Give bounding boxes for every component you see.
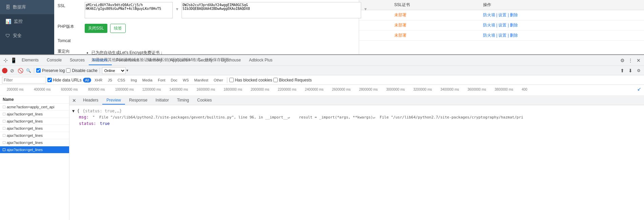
sidebar-item-monitor[interactable]: 📊 监控 <box>0 14 54 29</box>
request-item-3[interactable]: ajax?action=get_lines <box>0 118 69 125</box>
redirect-row: 重定向 已为您自动生成Let's Encrypt免费证书； 如需使用其他SSL请… <box>58 47 355 64</box>
has-blocked-cookies-checkbox[interactable] <box>229 78 234 82</box>
filter-js-btn[interactable]: JS <box>106 78 114 82</box>
request-item-1[interactable]: acme?action=apply_cert_api <box>0 104 69 111</box>
blocked-requests-label[interactable]: Blocked Requests <box>273 78 312 82</box>
search-btn[interactable]: 🔍 <box>25 67 32 74</box>
filter-css-btn[interactable]: CSS <box>116 78 127 82</box>
actions-2[interactable]: 防火墙 | 设置 | 删除 <box>480 20 644 31</box>
ssl-row: SSL pM1rxLzBUY7Avx9dtzQ0AzC/j5/h HK46I/g… <box>58 2 355 18</box>
stop-btn[interactable]: ⊘ <box>9 67 16 74</box>
request-item-6[interactable]: ajax?action=get_lines <box>0 139 69 146</box>
detail-close-btn[interactable]: ✕ <box>69 96 79 105</box>
has-blocked-cookies-text: Has blocked cookies <box>235 78 272 82</box>
tick-600k: 600000 ms <box>61 88 78 91</box>
tick-3400k: 3400000 ms <box>440 88 459 91</box>
timeline-marker-arrow: ↙ <box>637 86 641 92</box>
has-blocked-cookies-label[interactable]: Has blocked cookies <box>229 78 272 82</box>
tick-3200k: 3200000 ms <box>413 88 432 91</box>
device-icon[interactable]: 📱 <box>9 56 18 65</box>
col-ssl: SSL证书 <box>391 0 480 10</box>
actions-3[interactable]: 防火墙 | 设置 | 删除 <box>480 31 644 41</box>
json-msg-key: msg: <box>79 115 90 120</box>
detail-tab-cookies[interactable]: Cookies <box>193 96 216 105</box>
detail-tab-headers[interactable]: Headers <box>79 96 102 105</box>
sidebar-item-security[interactable]: 🛡 安全 <box>0 29 54 43</box>
request-checkbox-3 <box>3 120 5 123</box>
tick-2m: 2000000 ms <box>251 88 269 91</box>
sidebar-item-label: 监控 <box>14 18 23 24</box>
disable-cache-label: Disable cache <box>72 68 97 73</box>
shield-icon: 🛡 <box>5 33 10 38</box>
request-item-7[interactable]: ajax?action=get_lines <box>0 146 69 153</box>
filter-img-btn[interactable]: Img <box>129 78 139 82</box>
ssl-cert-textarea-2[interactable]: DWJsb2cuY3prdXAuY24wggEIMA0GCSqG SIb3DQE… <box>182 2 361 18</box>
json-arrow-root[interactable]: ▼ <box>72 109 75 113</box>
sidebar-item-database[interactable]: 🗄 数据库 <box>0 0 54 14</box>
more-icon[interactable]: ⋮ <box>626 56 635 65</box>
request-name-1: acme?action=apply_cert_api <box>7 105 54 109</box>
tick-3800k: 3800000 ms <box>495 88 513 91</box>
tick-400k: 400000 ms <box>34 88 50 91</box>
request-item-2[interactable]: ajax?action=get_lines <box>0 111 69 118</box>
preserve-log-checkbox[interactable] <box>36 68 41 73</box>
filter-bar: Hide data URLs All XHR JS CSS Img Media … <box>0 75 644 85</box>
filter-xhr-btn[interactable]: XHR <box>92 78 104 82</box>
import-btn[interactable]: ⬆ <box>619 67 626 74</box>
close-devtools-icon[interactable]: ✕ <box>635 56 643 65</box>
record-btn[interactable] <box>2 68 7 73</box>
json-status-key: status: <box>79 121 98 126</box>
separator-2 <box>100 68 100 73</box>
detail-tab-response[interactable]: Response <box>125 96 151 105</box>
php-version-label: PHP版本 <box>58 22 85 30</box>
throttle-chevron: ▼ <box>126 69 129 72</box>
throttle-select[interactable]: Online <box>102 67 126 74</box>
hide-data-urls-label[interactable]: Hide data URLs <box>47 78 82 82</box>
preserve-log-label: Preserve log <box>42 68 65 73</box>
request-list: Name acme?action=apply_cert_api ajax?act… <box>0 96 69 220</box>
request-item-5[interactable]: ajax?action=get_lines <box>0 132 69 139</box>
tick-3m: 3000000 ms <box>386 88 405 91</box>
tick-2800k: 2800000 ms <box>359 88 378 91</box>
disable-cache-checkbox-label[interactable]: Disable cache <box>66 68 97 73</box>
separator-1 <box>34 68 34 73</box>
close-ssl-button[interactable]: 关闭SSL <box>85 24 107 33</box>
name-col-header: Name <box>0 96 69 104</box>
disable-cache-checkbox[interactable] <box>66 68 70 73</box>
actions-1[interactable]: 防火墙 | 设置 | 删除 <box>480 10 644 20</box>
preserve-log-checkbox-label[interactable]: Preserve log <box>36 68 65 73</box>
ssl-label: SSL <box>58 2 85 8</box>
inspect-icon[interactable]: ⊹ <box>1 56 9 65</box>
settings-icon[interactable]: ⚙ <box>618 56 626 65</box>
export-btn[interactable]: ⬇ <box>627 67 634 74</box>
request-name-4: ajax?action=get_lines <box>7 126 43 130</box>
tick-3600k: 3600000 ms <box>468 88 486 91</box>
tick-1200k: 1200000 ms <box>142 88 161 91</box>
tab-elements[interactable]: Elements <box>18 56 43 65</box>
blocked-requests-checkbox[interactable] <box>273 78 278 82</box>
request-checkbox-5 <box>3 134 5 137</box>
filter-all-btn[interactable]: All <box>83 78 91 82</box>
filter-media-btn[interactable]: Media <box>140 78 154 82</box>
request-checkbox-6 <box>3 141 5 144</box>
clear-btn[interactable]: 🚫 <box>17 67 24 74</box>
request-item-4[interactable]: ajax?action=get_lines <box>0 125 69 132</box>
json-msg-value: " File "/usr/lib64/python2.7/site-packag… <box>92 115 523 120</box>
filter-input[interactable] <box>2 77 46 84</box>
tick-1400k: 1400000 ms <box>169 88 188 91</box>
sign-button[interactable]: 续签 <box>110 24 126 33</box>
blocked-requests-text: Blocked Requests <box>279 78 312 82</box>
filter-other-btn[interactable]: Other <box>212 78 225 82</box>
detail-tab-initiator[interactable]: Initiator <box>151 96 173 105</box>
request-checkbox-7 <box>3 148 5 151</box>
filter-manifest-btn[interactable]: Manifest <box>192 78 210 82</box>
filter-font-btn[interactable]: Font <box>156 78 167 82</box>
filter-ws-btn[interactable]: WS <box>181 78 191 82</box>
timeline-bar: 200000 ms 400000 ms 600000 ms 800000 ms … <box>0 85 644 96</box>
ssl-cert-textarea-1[interactable]: pM1rxLzBUY7Avx9dtzQ0AzC/j5/h HK46I/gIgs8… <box>85 2 173 18</box>
detail-tab-timing[interactable]: Timing <box>173 96 193 105</box>
detail-tab-preview[interactable]: Preview <box>102 96 125 105</box>
hide-data-urls-checkbox[interactable] <box>47 78 52 82</box>
filter-doc-btn[interactable]: Doc <box>169 78 180 82</box>
settings-network-icon[interactable]: ⚙ <box>635 67 642 74</box>
